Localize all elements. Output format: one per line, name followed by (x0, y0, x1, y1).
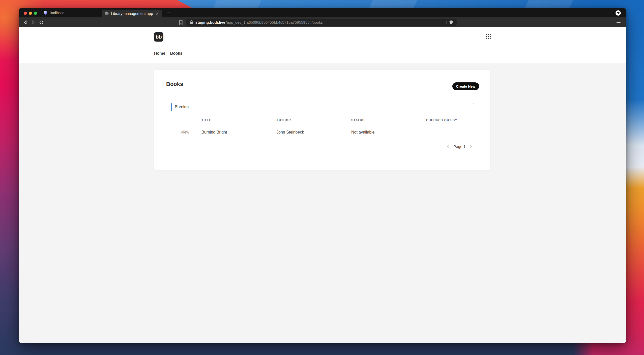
column-header-author: AUTHOR (276, 118, 351, 122)
column-header-status: STATUS (351, 118, 426, 122)
browser-window: Budibase Library management app (19, 8, 626, 343)
tab-title: Budibase (50, 11, 64, 15)
column-header-checked-out-by: CHECKED OUT BY (426, 118, 474, 122)
text-caret (189, 105, 189, 110)
web-page: bb Home Books Books Create New Burning (19, 27, 626, 343)
menu-icon[interactable] (616, 20, 621, 25)
url-domain: staging.budi.live (195, 20, 225, 24)
generic-favicon-icon (105, 12, 109, 15)
cell-title: Burning Bright (201, 130, 276, 135)
window-close-button[interactable] (24, 12, 27, 15)
books-card: Books Create New Burning TITLE AUTHOR ST… (154, 70, 490, 170)
tab-search-icon[interactable] (616, 10, 621, 16)
tab-library-management-app[interactable]: Library management app (102, 10, 162, 17)
page-title: Books (166, 81, 183, 87)
forward-icon[interactable] (31, 20, 36, 25)
back-icon[interactable] (22, 20, 28, 25)
browser-tab-strip: Budibase Library management app (19, 8, 626, 17)
lock-icon (190, 20, 193, 24)
row-action-cell: View (171, 130, 201, 135)
url-separator: | (446, 20, 447, 24)
create-new-button[interactable]: Create New (452, 82, 479, 90)
window-zoom-button[interactable] (34, 12, 37, 15)
books-table: TITLE AUTHOR STATUS CHECKED OUT BY View … (171, 111, 474, 139)
nav-link-books[interactable]: Books (170, 51, 182, 56)
nav-link-home[interactable]: Home (154, 51, 165, 56)
column-header-title: TITLE (201, 118, 276, 122)
browser-toolbar: staging.budi.live /app_dev_1fa65096b8504… (19, 17, 626, 27)
reload-icon[interactable] (39, 20, 44, 25)
bookmark-icon[interactable] (178, 19, 184, 25)
search-input-value: Burning (175, 105, 189, 109)
table-row: View Burning Bright John Steinbeck Not a… (171, 125, 474, 139)
close-tab-icon[interactable] (155, 12, 159, 16)
cell-status: Not available (351, 130, 426, 135)
address-bar[interactable]: staging.budi.live /app_dev_1fa65096b8504… (186, 19, 457, 26)
new-tab-icon[interactable] (166, 10, 172, 16)
budibase-favicon-icon (44, 11, 47, 15)
app-header: bb Home Books (19, 27, 626, 63)
brave-shield-icon[interactable] (449, 20, 453, 25)
budibase-logo: bb (154, 32, 163, 42)
url-path: /app_dev_1fa65096b850455bb4c5715a7565595… (226, 20, 323, 24)
apps-grid-icon[interactable] (486, 34, 491, 39)
window-minimize-button[interactable] (29, 12, 32, 15)
tab-title: Library management app (111, 11, 153, 16)
pagination: Page 1 (447, 144, 472, 149)
next-page-icon[interactable] (470, 145, 472, 148)
table-header-row: TITLE AUTHOR STATUS CHECKED OUT BY (171, 111, 474, 125)
main-area: Books Create New Burning TITLE AUTHOR ST… (19, 63, 626, 343)
tab-budibase[interactable]: Budibase (41, 8, 67, 17)
page-number-label: Page 1 (453, 144, 465, 149)
search-input[interactable]: Burning (171, 103, 474, 111)
cell-author: John Steinbeck (276, 130, 351, 135)
view-link[interactable]: View (181, 130, 189, 134)
main-nav: Home Books (154, 51, 182, 56)
previous-page-icon[interactable] (447, 145, 449, 148)
